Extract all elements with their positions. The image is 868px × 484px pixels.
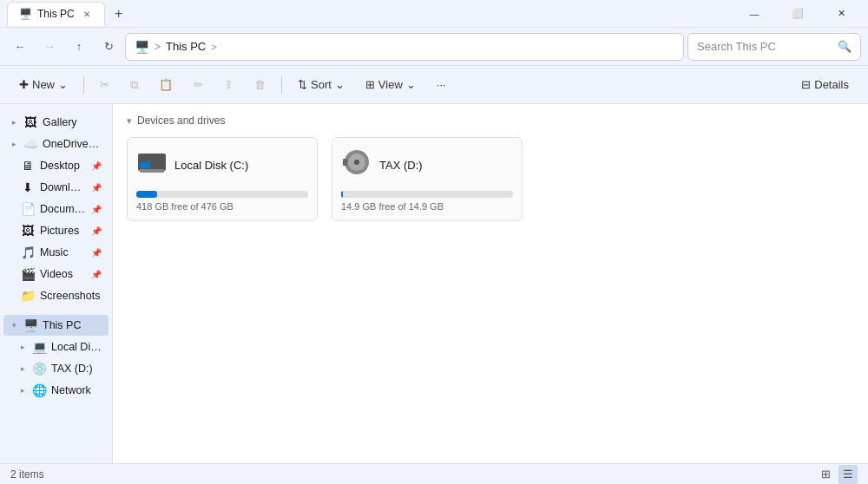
sidebar-item-videos[interactable]: 🎬 Videos 📌 (3, 264, 108, 285)
up-button[interactable]: ↑ (66, 34, 92, 60)
sidebar-item-thispc[interactable]: ▾ 🖥️ This PC (3, 315, 108, 336)
close-button[interactable]: ✕ (821, 0, 861, 28)
sidebar-item-tax[interactable]: ▸ 💿 TAX (D:) (3, 358, 108, 379)
details-button[interactable]: ⊟ Details (792, 71, 858, 99)
path-separator: > (155, 41, 161, 53)
toolbar-sep-2 (281, 76, 282, 94)
maximize-button[interactable]: ⬜ (778, 0, 818, 28)
toolbar-sep-1 (83, 76, 84, 94)
sort-icon: ⇅ (298, 78, 307, 91)
list-view-button[interactable]: ☰ (838, 465, 858, 484)
drive-c-header: Local Disk (C:) (136, 147, 308, 184)
share-button[interactable]: ⇪ (215, 71, 242, 99)
videos-icon: 🎬 (21, 267, 35, 281)
desktop-pin-icon: 📌 (91, 161, 102, 171)
search-box[interactable]: Search This PC 🔍 (687, 33, 861, 61)
minimize-button[interactable]: — (734, 0, 774, 28)
sidebar-item-desktop[interactable]: 🖥 Desktop 📌 (3, 155, 108, 176)
drive-d-icon (341, 147, 372, 184)
drives-grid: Local Disk (C:) 418 GB free of 476 GB (127, 137, 854, 221)
status-view-controls: ⊞ ☰ (816, 465, 858, 484)
thispc-expand-icon: ▾ (12, 321, 16, 330)
gallery-expand-icon: ▸ (12, 118, 16, 127)
onedrive-expand-icon: ▸ (12, 140, 16, 148)
back-button[interactable]: ← (7, 34, 33, 60)
svg-rect-6 (343, 159, 347, 166)
details-label: Details (814, 78, 849, 91)
address-path[interactable]: 🖥️ > This PC > (125, 33, 684, 61)
paste-button[interactable]: 📋 (150, 71, 181, 99)
new-icon: ✚ (19, 78, 29, 91)
search-label: Search This PC (697, 40, 776, 53)
view-icon: ⊞ (365, 78, 375, 91)
sidebar-desktop-label: Desktop (40, 160, 86, 172)
sort-label: Sort (311, 78, 332, 91)
cut-button[interactable]: ✂ (91, 71, 118, 99)
sidebar-localdisk-label: Local Disk (C:) (51, 341, 102, 353)
content-area: ▾ Devices and drives Local Disk (C:) (113, 104, 868, 463)
rename-button[interactable]: ✏ (185, 71, 212, 99)
pictures-pin-icon: 📌 (91, 226, 102, 236)
sidebar-item-localdisk[interactable]: ▸ 💻 Local Disk (C:) (3, 337, 108, 357)
icon-view-button[interactable]: ⊞ (816, 465, 835, 484)
more-button[interactable]: ··· (428, 71, 455, 99)
forward-button[interactable]: → (36, 34, 62, 60)
tax-expand-icon: ▸ (21, 364, 25, 373)
drive-item-c[interactable]: Local Disk (C:) 418 GB free of 476 GB (127, 137, 318, 221)
tab-label: This PC (37, 8, 75, 20)
search-icon: 🔍 (838, 40, 852, 53)
drive-item-d[interactable]: TAX (D:) 14.9 GB free of 14.9 GB (332, 137, 523, 221)
address-bar: ← → ↑ ↻ 🖥️ > This PC > Search This PC 🔍 (0, 28, 868, 66)
tab-this-pc[interactable]: 🖥️ This PC ✕ (7, 2, 105, 26)
sort-chevron: ⌄ (335, 78, 345, 91)
view-button[interactable]: ⊞ View ⌄ (357, 71, 424, 99)
section-header: ▾ Devices and drives (127, 114, 854, 127)
more-icon: ··· (437, 78, 446, 91)
drive-d-header: TAX (D:) (341, 147, 513, 184)
sidebar-downloads-label: Downloads (40, 181, 86, 193)
delete-button[interactable]: 🗑 (246, 71, 274, 99)
drive-c-icon (136, 147, 168, 184)
drive-d-name: TAX (D:) (379, 159, 423, 172)
sidebar-thispc-label: This PC (43, 319, 102, 331)
thispc-icon: 🖥️ (23, 318, 37, 332)
localdisk-expand-icon: ▸ (21, 343, 25, 351)
svg-rect-1 (140, 162, 150, 168)
sidebar-item-pictures[interactable]: 🖼 Pictures 📌 (3, 220, 108, 241)
localdisk-icon: 💻 (32, 340, 46, 354)
sidebar-onedrive-label: OneDrive - Perso... (43, 138, 102, 150)
sort-button[interactable]: ⇅ Sort ⌄ (289, 71, 353, 99)
title-bar: 🖥️ This PC ✕ + — ⬜ ✕ (0, 0, 868, 28)
sidebar-item-music[interactable]: 🎵 Music 📌 (3, 242, 108, 263)
sidebar-gallery-label: Gallery (43, 116, 102, 128)
tab-close-button[interactable]: ✕ (80, 7, 94, 21)
new-tab-button[interactable]: + (107, 2, 131, 26)
sidebar-tax-label: TAX (D:) (51, 363, 102, 375)
sidebar-item-screenshots[interactable]: 📁 Screenshots (3, 285, 108, 306)
sidebar-item-downloads[interactable]: ⬇ Downloads 📌 (3, 177, 108, 198)
drive-c-bar-bg (136, 191, 308, 198)
sidebar-item-documents[interactable]: 📄 Documents 📌 (3, 199, 108, 219)
videos-pin-icon: 📌 (91, 270, 102, 279)
sidebar-item-gallery[interactable]: ▸ 🖼 Gallery (3, 112, 108, 133)
svg-rect-2 (140, 169, 164, 173)
drive-c-bar-fill (136, 191, 157, 198)
sidebar-item-onedrive[interactable]: ▸ ☁️ OneDrive - Perso... (3, 134, 108, 154)
path-icon: 🖥️ (135, 40, 149, 54)
sidebar-item-network[interactable]: ▸ 🌐 Network (3, 380, 108, 401)
sidebar-documents-label: Documents (40, 203, 86, 215)
rename-icon: ✏ (194, 78, 203, 91)
sidebar-screenshots-label: Screenshots (40, 290, 102, 302)
music-icon: 🎵 (21, 245, 35, 259)
window-controls: — ⬜ ✕ (734, 0, 861, 28)
drive-d-bar-bg (341, 191, 513, 198)
paste-icon: 📋 (159, 78, 173, 91)
new-button[interactable]: ✚ New ⌄ (10, 71, 76, 99)
onedrive-icon: ☁️ (23, 137, 37, 151)
cut-icon: ✂ (100, 78, 109, 91)
copy-button[interactable]: ⧉ (122, 71, 147, 99)
copy-icon: ⧉ (130, 78, 138, 92)
refresh-button[interactable]: ↻ (95, 34, 122, 60)
path-chevron: > (211, 42, 216, 52)
drive-d-info: 14.9 GB free of 14.9 GB (341, 201, 513, 212)
